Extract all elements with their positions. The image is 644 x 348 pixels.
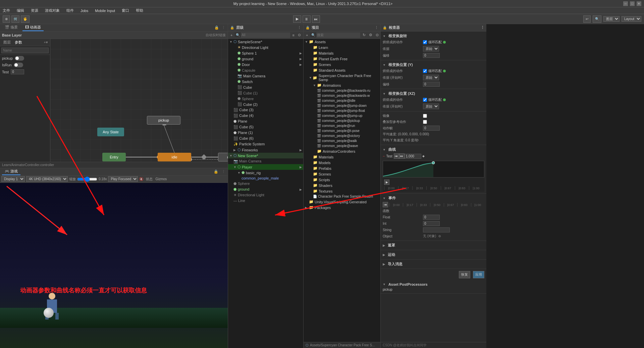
search-button[interactable]: 🔍 — [593, 15, 601, 23]
hierarchy-item-sphere3[interactable]: ⬟ Sphere — [228, 181, 303, 187]
project-lock-icon[interactable]: 🔒 — [306, 26, 310, 29]
hierarchy-filter-button[interactable]: ⊙ — [297, 32, 302, 38]
node-entry[interactable]: Entry — [102, 153, 126, 161]
tool-hand[interactable]: 🖐 — [21, 15, 30, 23]
hierarchy-item-dirlight[interactable]: ☀ Directional Light — [228, 45, 303, 50]
project-item-anim10[interactable]: 🎬 common_people@victory — [304, 133, 380, 138]
hierarchy-item-basicrig[interactable]: ▼ ⬟ basic_rig — [228, 170, 303, 176]
section-header-assetpost[interactable]: ▼ Asset PostProcessors — [383, 282, 484, 287]
curve-minus-icon[interactable]: − — [383, 154, 385, 158]
section-header-transform[interactable]: ▼ 根变换旋转 — [383, 33, 484, 39]
menu-edit[interactable]: 编辑 — [15, 8, 25, 13]
project-item-visualscripting[interactable]: 📁 Unity.VisualScripting.Generated — [304, 199, 380, 205]
maximize-button[interactable]: □ — [630, 1, 635, 6]
param-isrun[interactable]: IsRun — [0, 62, 50, 68]
hierarchy-sort-button[interactable]: ≡ — [291, 33, 296, 38]
section-header-motion[interactable]: ▶ 运动 — [383, 252, 484, 258]
hierarchy-item-plane1[interactable]: ⬟ Plane (1) — [228, 130, 303, 136]
curve-graph[interactable] — [383, 161, 484, 178]
section-header-curve[interactable]: ▼ 曲线 — [383, 146, 484, 153]
layout-select[interactable]: Layout — [622, 16, 641, 22]
hierarchy-item-sphere1[interactable]: ⬟ Sphere 1 ▶ — [228, 50, 303, 56]
project-item-planetearthfree[interactable]: 📁 Planet Earth Free — [304, 56, 380, 62]
project-item-animcontrollers[interactable]: 📁 AnimatorControllers — [304, 148, 380, 154]
section-header-events[interactable]: ▼ 事件 — [383, 195, 484, 201]
curve-play-button[interactable]: ⏭ — [399, 153, 405, 159]
project-item-anim2[interactable]: 🎬 common_people@backwards-w — [304, 93, 380, 98]
menu-gameobject[interactable]: 游戏对象 — [44, 8, 61, 13]
step-button[interactable]: ⏭ — [312, 15, 320, 23]
project-item-anim9[interactable]: 🎬 common_people@t-pose — [304, 128, 380, 133]
hierarchy-search-input[interactable] — [241, 32, 290, 38]
hierarchy-item-sphere2[interactable]: ⬟ Sphere — [228, 96, 303, 101]
hierarchy-item-cube6[interactable]: ⬛ Cube (6) — [228, 136, 303, 141]
hierarchy-item-newscene[interactable]: ▼ ⬡ New Scene* — [228, 153, 303, 158]
project-item-charpackreadme[interactable]: 📄 Character Pack Free Sample Readm — [304, 194, 380, 199]
motionframe-input[interactable] — [423, 126, 440, 131]
bake-checkbox-2[interactable] — [423, 69, 427, 73]
string-input[interactable] — [423, 227, 450, 232]
offset-input-2[interactable] — [423, 82, 440, 87]
params-tab-params[interactable]: 参数 — [13, 39, 23, 46]
hierarchy-item-capsule[interactable]: ⬟ Capsule — [228, 67, 303, 73]
hierarchy-item-particle[interactable]: ✨ Particle System — [228, 141, 303, 147]
project-item-models[interactable]: 📁 Models — [304, 160, 380, 165]
project-item-anim7[interactable]: 🎬 common_people@pickup — [304, 118, 380, 123]
project-item-textures[interactable]: 📁 Textures — [304, 188, 380, 194]
project-item-anim4[interactable]: 🎬 common_people@jump-down — [304, 103, 380, 108]
project-item-anim12[interactable]: 🎬 common_people@wave — [304, 143, 380, 148]
restore-button[interactable]: 恢复 — [459, 271, 470, 278]
hierarchy-item-maincam2[interactable]: 📷 Main Camera — [228, 158, 303, 164]
project-settings-button[interactable]: ⚙ — [368, 32, 373, 38]
inspector-menu-icon[interactable]: ⋮ — [481, 25, 484, 30]
hierarchy-item-cube2[interactable]: ⬛ Cube (2) — [228, 101, 303, 107]
hierarchy-item-cube5[interactable]: ⬛ Cube (5) — [228, 124, 303, 130]
event-rewind-button[interactable]: ⏮ — [383, 202, 388, 207]
menu-window[interactable]: 窗口 — [120, 8, 130, 13]
section-header-posy[interactable]: ▼ 根变换位置 (Y) — [383, 62, 484, 68]
section-header-mask[interactable]: ▶ 遮罩 — [383, 242, 484, 249]
project-item-materials[interactable]: 📁 Materials — [304, 50, 380, 56]
menu-help[interactable]: 帮助 — [135, 8, 145, 13]
menu-component[interactable]: 组件 — [65, 8, 75, 13]
play-focused-select[interactable]: Play Focused — [108, 176, 138, 182]
project-item-anim5[interactable]: 🎬 common_people@jump-float — [304, 108, 380, 113]
gizmos-label[interactable]: Gizmos — [155, 177, 167, 181]
node-anystate[interactable]: Any State — [97, 128, 124, 136]
project-item-anim11[interactable]: 🎬 common_people@walk — [304, 138, 380, 143]
node-run[interactable]: run — [218, 153, 228, 161]
additive-checkbox[interactable] — [423, 120, 427, 124]
project-item-prefabs[interactable]: 📁 Prefabs — [304, 165, 380, 171]
param-isrun-toggle[interactable] — [14, 63, 23, 67]
bake-checkbox-3[interactable] — [423, 98, 427, 102]
apply-button[interactable]: 应用 — [473, 271, 484, 278]
hierarchy-item-cube[interactable]: ⬛ Cube — [228, 84, 303, 90]
menu-icon[interactable]: ⋮ — [221, 25, 226, 30]
section-header-posxz[interactable]: ▼ 根变换位置 (XZ) — [383, 90, 484, 97]
project-item-anim8[interactable]: 🎬 common_people@run — [304, 123, 380, 128]
project-item-anim3[interactable]: 🎬 common_people@idle — [304, 98, 380, 103]
based-dropdown-2[interactable]: 原始 — [423, 75, 439, 80]
project-item-standardassets[interactable]: 📁 Standard Assets — [304, 67, 380, 73]
section-header-import[interactable]: ▶ 导入消息 — [383, 261, 484, 267]
project-item-scenes2[interactable]: 📁 Scenes — [304, 171, 380, 177]
hierarchy-item-player[interactable]: ▼ ⬡ Player ▶ — [228, 164, 303, 170]
menu-assets[interactable]: 资源 — [30, 8, 40, 13]
game-menu-icon[interactable]: ⋮ — [221, 169, 226, 174]
project-item-shaders[interactable]: 📁 Shaders — [304, 183, 380, 188]
tab-scene[interactable]: 🎬 场景 — [2, 24, 20, 31]
hierarchy-add-button[interactable]: + — [229, 33, 233, 38]
game-display-select[interactable]: Display 1 — [1, 176, 25, 182]
project-filter-button[interactable]: ⊙ — [375, 32, 380, 38]
hierarchy-item-commonpeople[interactable]: common_people_male — [228, 176, 303, 181]
hierarchy-item-ground[interactable]: ⬟ ground ▶ — [228, 56, 303, 62]
curve-value-input[interactable] — [405, 154, 421, 159]
curve-add-key-button[interactable]: ◆ — [421, 154, 426, 158]
inspector-lock-icon[interactable]: 🔒 — [383, 26, 387, 29]
hierarchy-item-door[interactable]: ⬟ Door ▶ — [228, 62, 303, 67]
project-item-animations[interactable]: ▼ 📁 Animations — [304, 82, 380, 88]
tab-animator[interactable]: 🎞 动画器 — [22, 24, 44, 31]
project-item-anim1[interactable]: 🎬 common_people@backwards-ru — [304, 88, 380, 93]
project-add-button[interactable]: + — [305, 33, 309, 38]
object-pick-button[interactable]: ⊙ — [437, 234, 442, 238]
